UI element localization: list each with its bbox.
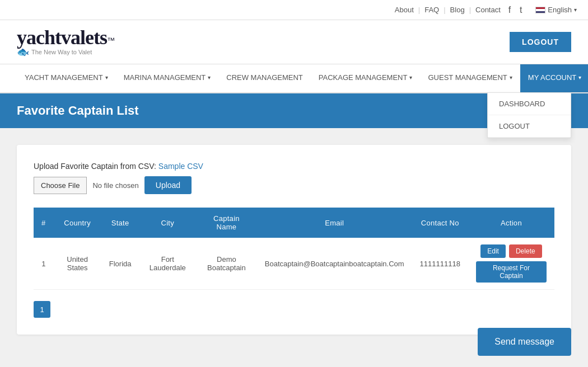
nav-package-management[interactable]: PACKAGE MANAGEMENT ▾	[311, 64, 421, 92]
top-bar: About | FAQ | Blog | Contact f t English…	[0, 0, 588, 20]
choose-file-button[interactable]: Choose File	[34, 177, 87, 194]
yacht-caret: ▾	[105, 74, 108, 81]
sample-csv-link[interactable]: Sample CSV	[158, 162, 203, 171]
sep3: |	[469, 6, 471, 14]
guest-caret: ▾	[510, 74, 512, 81]
header: yachtvalets ™ 🐟 The New Way to Valet LOG…	[0, 20, 588, 64]
sep1: |	[418, 6, 420, 14]
content-card: Upload Favorite Captain from CSV: Sample…	[17, 145, 571, 335]
nav-guest-management[interactable]: GUEST MANAGEMENT ▾	[420, 64, 520, 92]
upload-section: Upload Favorite Captain from CSV: Sample…	[34, 162, 554, 194]
page-1-button[interactable]: 1	[34, 301, 50, 318]
logo: yachtvalets ™ 🐟 The New Way to Valet	[17, 26, 115, 58]
cell-state: Florida	[101, 238, 139, 290]
table-header-row: # Country State City Captain Name Email …	[34, 208, 554, 238]
account-dropdown: DASHBOARD LOGOUT	[487, 92, 571, 138]
col-action: Action	[468, 208, 554, 238]
fish-icon: 🐟	[17, 46, 29, 58]
cell-actions: Edit Delete Request For Captain	[468, 238, 554, 290]
marina-caret: ▾	[208, 74, 211, 81]
cell-city: Fort Lauderdale	[139, 238, 197, 290]
main-content: Upload Favorite Captain from CSV: Sample…	[0, 128, 588, 351]
cell-num: 1	[34, 238, 54, 290]
package-caret: ▾	[409, 74, 412, 81]
col-contact-no: Contact No	[412, 208, 468, 238]
col-email: Email	[257, 208, 412, 238]
twitter-icon[interactable]: t	[520, 5, 522, 15]
edit-button[interactable]: Edit	[480, 244, 506, 258]
facebook-icon[interactable]: f	[508, 5, 511, 15]
cell-country: United States	[54, 238, 101, 290]
language-label: English	[548, 6, 572, 14]
tagline: The New Way to Valet	[31, 49, 92, 55]
col-num: #	[34, 208, 54, 238]
flag-icon	[535, 7, 545, 13]
cell-email: Boatcaptain@Boatcaptainboatcaptain.Com	[257, 238, 412, 290]
cell-captain-name: Demo Boatcaptain	[196, 238, 257, 290]
cell-contact-no: 1111111118	[412, 238, 468, 290]
pagination: 1	[34, 301, 554, 318]
social-icons: f t	[506, 5, 525, 15]
col-city: City	[139, 208, 197, 238]
sep2: |	[444, 6, 445, 14]
nav-crew-management[interactable]: CREW MANAGEMENT	[218, 64, 311, 92]
dropdown-dashboard[interactable]: DASHBOARD	[488, 93, 571, 115]
nav-my-account[interactable]: MY ACCOUNT ▾	[520, 64, 588, 92]
upload-button[interactable]: Upload	[144, 176, 192, 194]
page-title: Favorite Captain List	[17, 103, 139, 117]
upload-label: Upload Favorite Captain from CSV:	[34, 162, 156, 171]
col-captain-name: Captain Name	[196, 208, 257, 238]
blog-link[interactable]: Blog	[450, 6, 465, 14]
lang-caret: ▾	[574, 7, 577, 13]
request-captain-button[interactable]: Request For Captain	[476, 261, 547, 283]
contact-link[interactable]: Contact	[475, 6, 501, 14]
nav-marina-management[interactable]: MARINA MANAGEMENT ▾	[116, 64, 219, 92]
about-link[interactable]: About	[395, 6, 414, 14]
col-state: State	[101, 208, 139, 238]
logo-trademark: ™	[107, 36, 115, 45]
dropdown-logout[interactable]: LOGOUT	[488, 115, 571, 138]
account-caret: ▾	[578, 74, 581, 81]
faq-link[interactable]: FAQ	[424, 6, 439, 14]
action-buttons: Edit Delete Request For Captain	[476, 244, 547, 283]
col-country: Country	[54, 208, 101, 238]
header-logout-button[interactable]: LOGOUT	[510, 32, 571, 52]
nav-yacht-management[interactable]: YACHT MANAGEMENT ▾	[17, 64, 116, 92]
no-file-text: No file chosen	[92, 181, 138, 190]
send-message-button[interactable]: Send message	[478, 328, 571, 351]
table-row: 1 United States Florida Fort Lauderdale …	[34, 238, 554, 290]
main-nav: YACHT MANAGEMENT ▾ MARINA MANAGEMENT ▾ C…	[0, 64, 588, 93]
language-selector[interactable]: English ▾	[535, 6, 577, 14]
upload-row: Choose File No file chosen Upload	[34, 176, 554, 194]
captains-table: # Country State City Captain Name Email …	[34, 208, 554, 290]
delete-button[interactable]: Delete	[509, 244, 542, 258]
